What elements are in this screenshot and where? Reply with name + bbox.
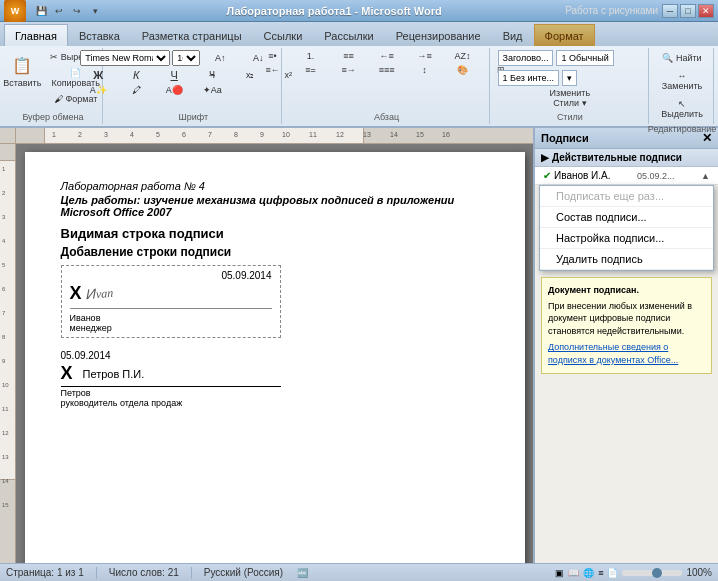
zoom-thumb[interactable] <box>652 568 662 578</box>
left-ruler-num-14: 14 <box>2 478 9 484</box>
sig-box-1[interactable]: 05.09.2014 X Иvan Иванов менеджер <box>61 265 281 338</box>
sig2-name-below: Петров <box>61 388 489 398</box>
line-spacing-button[interactable]: ↕ <box>407 64 443 76</box>
tab-review[interactable]: Рецензирование <box>385 24 492 46</box>
word-count-status: Число слов: 21 <box>109 567 179 578</box>
redo-button[interactable]: ↪ <box>69 3 85 19</box>
ruler-num-1: 1 <box>52 131 56 138</box>
ruler-num-11: 11 <box>309 131 317 138</box>
multilevel-button[interactable]: ≡≡ <box>331 50 367 62</box>
sig2-x-mark: X <box>61 363 73 384</box>
ribbon-group-edit: 🔍 Найти ↔ Заменить ↖ Выделить Редактиров… <box>651 48 714 124</box>
view-reading-button[interactable]: 📖 <box>568 568 579 578</box>
view-outline-button[interactable]: ≡ <box>598 568 603 578</box>
tab-references[interactable]: Ссылки <box>253 24 314 46</box>
title-bar: W 💾 ↩ ↪ ▾ Лабораторная работа1 - Microso… <box>0 0 718 22</box>
bold-button[interactable]: Ж <box>80 68 116 82</box>
paste-icon: 📋 <box>10 53 34 77</box>
tab-mailings[interactable]: Рассылки <box>313 24 384 46</box>
zoom-area: ▣ 📖 🌐 ≡ 📄 100% <box>555 567 712 578</box>
ruler-num-10: 10 <box>282 131 290 138</box>
language-label: Русский (Россия) <box>204 567 283 578</box>
office-logo[interactable]: W <box>4 0 26 22</box>
select-button[interactable]: ↖ Выделить <box>656 96 708 122</box>
menu-item-composition[interactable]: Состав подписи... <box>540 207 713 228</box>
style-no-spacing-button[interactable]: 1 Без инте... <box>498 70 559 86</box>
quick-access-toolbar: 💾 ↩ ↪ ▾ <box>33 3 103 19</box>
status-sep-1 <box>96 567 97 579</box>
sort-button[interactable]: AZ↕ <box>445 50 481 62</box>
tab-home[interactable]: Главная <box>4 24 68 46</box>
active-sigs-section[interactable]: ▶ Действительные подписи <box>535 149 718 167</box>
tab-page-layout[interactable]: Разметка страницы <box>131 24 253 46</box>
panel-info-box: Документ подписан. При внесении любых из… <box>541 277 712 374</box>
bullets-button[interactable]: ≡• <box>255 50 291 62</box>
strikethrough-button[interactable]: Ч̶ <box>194 69 230 81</box>
minimize-button[interactable]: ─ <box>662 4 678 18</box>
left-ruler-num-11: 11 <box>2 406 9 412</box>
change-styles-button[interactable]: ИзменитьСтили ▾ <box>545 86 596 110</box>
tab-view[interactable]: Вид <box>492 24 534 46</box>
undo-button[interactable]: ↩ <box>51 3 67 19</box>
highlight-button[interactable]: 🖍 <box>118 84 154 96</box>
font-color-button[interactable]: A🔴 <box>156 84 192 96</box>
align-left-button[interactable]: ≡← <box>255 64 291 76</box>
ribbon-group-paragraph: ≡• 1. ≡≡ ←≡ →≡ AZ↕ ¶ ≡← ≡= ≡→ ≡≡≡ ↕ 🎨 ⊞ <box>284 48 489 124</box>
justify-button[interactable]: ≡≡≡ <box>369 64 405 76</box>
ribbon-content: 📋 Вставить ✂ Вырезать 📄 Копировать 🖌 Фор… <box>0 46 718 126</box>
font-family-select[interactable]: Times New Roman <box>80 50 170 66</box>
find-button[interactable]: 🔍 Найти <box>656 50 708 66</box>
view-web-button[interactable]: 🌐 <box>583 568 594 578</box>
align-center-button[interactable]: ≡= <box>293 64 329 76</box>
sig1-date: 05.09.2014 <box>70 270 272 281</box>
customize-qa-button[interactable]: ▾ <box>87 3 103 19</box>
font-size-select[interactable]: 16 <box>172 50 200 66</box>
ribbon-tabs: Главная Вставка Разметка страницы Ссылки… <box>0 22 718 46</box>
underline-button[interactable]: Ч <box>156 68 192 82</box>
menu-item-delete[interactable]: Удалить подпись <box>540 249 713 270</box>
sig2-date: 05.09.2014 <box>61 350 489 361</box>
decrease-indent-button[interactable]: ←≡ <box>369 50 405 62</box>
ruler-num-3: 3 <box>104 131 108 138</box>
view-draft-button[interactable]: 📄 <box>607 568 618 578</box>
document-page[interactable]: Лабораторная работа № 4 Цель работы: изу… <box>25 152 525 563</box>
text-effects-button[interactable]: A✨ <box>80 84 116 96</box>
sig-entry-ivanov[interactable]: ✔ Иванов И.А. 05.09.2... ▲ <box>535 167 718 185</box>
clipboard-label: Буфер обмена <box>22 110 83 122</box>
menu-item-sign-again: Подписать еще раз... <box>540 186 713 207</box>
top-ruler-row: 1 2 3 4 5 6 7 8 9 10 11 12 13 14 15 16 <box>0 128 533 144</box>
style-normal-button[interactable]: 1 Обычный <box>556 50 613 66</box>
increase-indent-button[interactable]: →≡ <box>407 50 443 62</box>
save-button[interactable]: 💾 <box>33 3 49 19</box>
style-heading-button[interactable]: Заголово... <box>498 50 554 66</box>
styles-label: Стили <box>557 110 583 122</box>
window-controls: ─ □ ✕ <box>662 4 714 18</box>
tab-insert[interactable]: Вставка <box>68 24 131 46</box>
menu-item-settings[interactable]: Настройка подписи... <box>540 228 713 249</box>
maximize-button[interactable]: □ <box>680 4 696 18</box>
ruler-num-14: 14 <box>390 131 398 138</box>
ruler-num-5: 5 <box>156 131 160 138</box>
left-ruler-num-4: 4 <box>2 238 5 244</box>
replace-button[interactable]: ↔ Заменить <box>656 68 708 94</box>
left-ruler: 1 2 3 4 5 6 7 8 9 10 11 12 13 14 15 <box>0 144 16 563</box>
numbering-button[interactable]: 1. <box>293 50 329 62</box>
close-button[interactable]: ✕ <box>698 4 714 18</box>
panel-info-link[interactable]: Дополнительные сведения о подписях в док… <box>548 341 705 366</box>
font-label: Шрифт <box>178 110 208 122</box>
sig1-name: Иванов <box>70 313 272 323</box>
zoom-slider[interactable] <box>622 570 682 576</box>
status-bar: Страница: 1 из 1 Число слов: 21 Русский … <box>0 563 718 581</box>
style-more-button[interactable]: ▾ <box>562 70 577 86</box>
tab-format[interactable]: Формат <box>534 24 595 46</box>
paste-button[interactable]: 📋 Вставить <box>1 50 44 91</box>
align-right-button[interactable]: ≡→ <box>331 64 367 76</box>
grow-font-button[interactable]: A↑ <box>202 52 238 64</box>
clear-format-button[interactable]: ✦Аа <box>194 84 230 96</box>
shading-button[interactable]: 🎨 <box>445 64 481 76</box>
doc-scroll-area[interactable]: 1 2 3 4 5 6 7 8 9 10 11 12 13 14 15 Лабо… <box>0 144 533 563</box>
window-title: Лабораторная работа1 - Microsoft Word <box>103 5 565 17</box>
italic-button[interactable]: К <box>118 68 154 82</box>
view-normal-button[interactable]: ▣ <box>555 568 564 578</box>
section1-title: Видимая строка подписи <box>61 226 489 241</box>
